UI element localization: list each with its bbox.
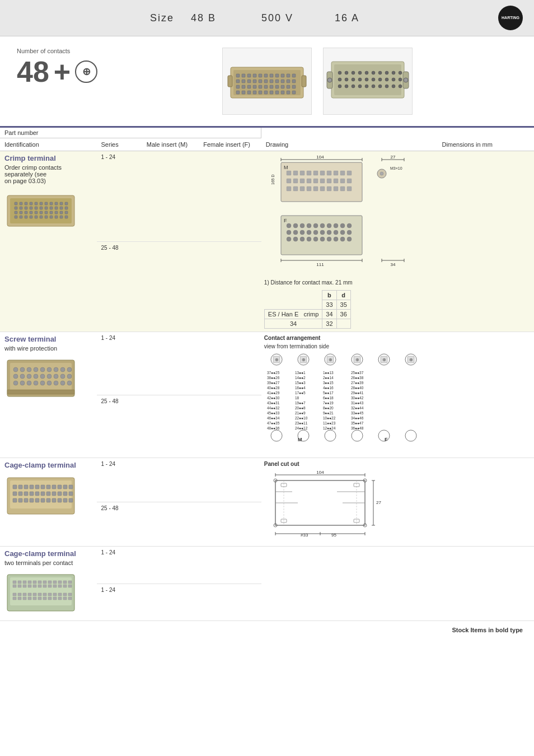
svg-point-183	[334, 223, 338, 228]
svg-rect-407	[68, 581, 72, 584]
svg-rect-322	[24, 485, 28, 489]
svg-point-201	[320, 237, 325, 241]
svg-rect-8	[270, 74, 273, 77]
screw-male-2	[142, 395, 199, 458]
svg-rect-144	[313, 171, 318, 175]
svg-text:95: 95	[331, 533, 336, 538]
svg-text:#33: #33	[301, 533, 308, 538]
svg-point-53	[358, 71, 362, 74]
svg-rect-160	[287, 186, 291, 191]
svg-rect-420	[38, 597, 41, 600]
svg-rect-347	[41, 498, 45, 502]
svg-rect-12	[292, 74, 296, 77]
svg-text:12●●24: 12●●24	[323, 426, 336, 430]
svg-rect-352	[69, 498, 73, 502]
svg-text:21●●9: 21●●9	[295, 411, 306, 415]
svg-point-233	[67, 374, 72, 379]
svg-point-235	[20, 381, 25, 385]
male-connector-image	[222, 48, 312, 115]
svg-rect-28	[259, 85, 262, 88]
svg-point-231	[54, 374, 58, 379]
svg-rect-89	[30, 202, 32, 205]
svg-text:39●●27: 39●●27	[267, 381, 280, 385]
svg-rect-46	[228, 76, 232, 87]
svg-rect-423	[48, 593, 51, 596]
svg-point-196	[287, 237, 291, 241]
svg-point-220	[40, 367, 45, 372]
svg-text:⊕: ⊕	[355, 357, 359, 362]
svg-text:M3×10: M3×10	[390, 166, 402, 170]
crimp-series-1: 1 - 24	[97, 151, 142, 242]
svg-rect-114	[45, 211, 48, 214]
svg-rect-324	[35, 485, 39, 489]
svg-rect-112	[35, 211, 38, 214]
part-number-header: Part number	[4, 129, 39, 136]
svg-rect-334	[30, 492, 34, 496]
header-specs: Size 48 B 500 V 16 A	[150, 12, 359, 24]
svg-rect-127	[55, 216, 58, 218]
svg-rect-333	[24, 492, 28, 496]
svg-rect-18	[264, 80, 268, 83]
svg-rect-37	[247, 91, 251, 94]
svg-rect-126	[50, 216, 53, 218]
svg-rect-10	[281, 74, 284, 77]
svg-rect-406	[63, 585, 67, 587]
svg-point-229	[40, 374, 45, 379]
screw-female-2	[199, 395, 261, 458]
svg-rect-36	[242, 91, 245, 94]
svg-text:23●●11: 23●●11	[295, 421, 308, 425]
svg-rect-337	[46, 492, 50, 496]
svg-point-217	[20, 367, 25, 372]
cage-female-2	[199, 502, 261, 547]
col-female-insert: Female insert (F)	[199, 138, 261, 151]
svg-text:47●●35: 47●●35	[267, 421, 280, 425]
contact-arr-title: Contact arrangement	[264, 335, 435, 341]
svg-point-224	[67, 367, 72, 372]
svg-rect-409	[13, 593, 16, 596]
svg-rect-426	[53, 597, 57, 600]
svg-rect-16	[253, 80, 256, 83]
cage2-series-1: 1 - 24	[97, 547, 142, 584]
screw-female-1	[199, 332, 261, 395]
svg-text:31●●43: 31●●43	[351, 401, 364, 405]
svg-rect-21	[281, 80, 284, 83]
svg-rect-397	[43, 581, 46, 584]
svg-point-66	[378, 78, 382, 81]
svg-point-190	[313, 230, 318, 235]
svg-rect-94	[55, 202, 58, 205]
contacts-plus: +	[54, 57, 71, 86]
svg-rect-93	[50, 202, 53, 205]
svg-rect-87	[20, 202, 22, 205]
contacts-info: Number of contacts 48 + ⊕	[17, 48, 118, 86]
svg-text:13●●1: 13●●1	[295, 371, 306, 375]
col-dimensions: Dimensions in mm	[437, 138, 534, 151]
svg-point-234	[13, 381, 18, 385]
contact-count: 48	[17, 57, 49, 86]
svg-rect-146	[327, 171, 331, 175]
svg-text:M: M	[284, 165, 288, 170]
svg-rect-17	[259, 80, 262, 83]
svg-rect-97	[15, 207, 17, 209]
svg-point-242	[67, 381, 72, 385]
svg-point-67	[385, 78, 388, 81]
svg-rect-165	[320, 186, 325, 191]
svg-point-316	[378, 430, 390, 441]
screw-sub: with wire protection	[4, 345, 92, 352]
svg-point-58	[392, 71, 395, 74]
svg-rect-326	[46, 485, 50, 489]
svg-rect-345	[30, 498, 34, 502]
svg-rect-103	[45, 207, 48, 209]
svg-point-238	[40, 381, 45, 385]
svg-rect-432	[68, 597, 72, 600]
svg-rect-27	[253, 85, 256, 88]
crimp-drawing-svg: 104 27 M	[264, 154, 427, 277]
svg-rect-413	[23, 593, 26, 596]
svg-rect-14	[242, 80, 245, 83]
svg-text:45●●33: 45●●33	[267, 411, 280, 415]
svg-rect-412	[18, 597, 21, 600]
svg-text:⊕: ⊕	[382, 357, 386, 362]
svg-point-315	[352, 430, 363, 441]
svg-text:22●●10: 22●●10	[295, 416, 308, 420]
svg-point-61	[345, 78, 348, 81]
svg-text:43●●31: 43●●31	[267, 401, 280, 405]
